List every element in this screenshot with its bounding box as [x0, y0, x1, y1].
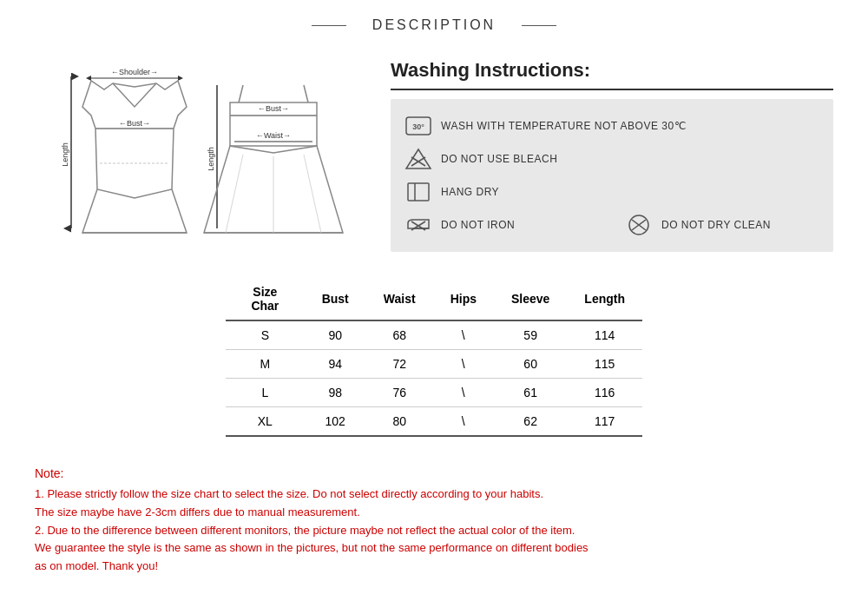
svg-rect-25	[408, 183, 429, 201]
washing-divider	[391, 89, 833, 90]
main-content: Length ←Shoulder→ ←Bust→	[35, 59, 833, 252]
wash-temp-icon: 30°	[404, 114, 432, 138]
hang-dry-icon	[404, 180, 432, 204]
svg-text:30°: 30°	[412, 122, 424, 131]
table-cell: 94	[305, 350, 366, 379]
col-header-sleeve: Sleeve	[494, 278, 567, 320]
wash-row-temp: 30° WASH WITH TEMPERATURE NOT ABOVE 30℃	[404, 109, 819, 142]
col-header-length: Length	[567, 278, 642, 320]
table-cell: 61	[494, 379, 567, 407]
hang-dry-text: HANG DRY	[441, 186, 499, 198]
table-row: M9472\60115	[226, 350, 642, 379]
notes-section: Note: 1. Please strictly follow the size…	[35, 458, 833, 576]
table-cell: 80	[366, 407, 433, 437]
table-cell: XL	[226, 407, 305, 437]
table-cell: 72	[366, 350, 433, 379]
no-iron-text: DO NOT IRON	[441, 219, 515, 231]
svg-marker-22	[406, 149, 431, 168]
wash-row-bottom: DO NOT IRON DO NOT DRY CLEAN	[404, 208, 819, 241]
table-cell: 116	[567, 379, 642, 407]
table-cell: 60	[494, 350, 567, 379]
notes-lines: 1. Please strictly follow the size chart…	[35, 485, 833, 576]
note-line: as on model. Thank you!	[35, 558, 833, 576]
table-cell: 90	[305, 320, 366, 350]
table-cell: 76	[366, 379, 433, 407]
washing-instructions: Washing Instructions: 30° WASH WITH TEMP…	[391, 59, 833, 252]
svg-text:←Shoulder→: ←Shoulder→	[111, 68, 158, 76]
svg-text:Length: Length	[207, 147, 215, 171]
table-cell: S	[226, 320, 305, 350]
col-header-hips: Hips	[433, 278, 494, 320]
size-table-body: S9068\59114M9472\60115L9876\61116XL10280…	[226, 320, 642, 436]
note-line: We guarantee the style is the same as sh…	[35, 539, 833, 558]
table-cell: \	[433, 320, 494, 350]
table-cell: 59	[494, 320, 567, 350]
wash-row-hangdry: HANG DRY	[404, 175, 819, 208]
col-header-waist: Waist	[366, 278, 433, 320]
table-cell: 114	[567, 320, 642, 350]
wash-row-dryclean: DO NOT DRY CLEAN	[625, 208, 819, 241]
no-bleach-icon	[404, 147, 432, 171]
table-cell: 98	[305, 379, 366, 407]
note-title: Note:	[35, 466, 833, 480]
col-header-size: Size Char	[226, 278, 305, 320]
col-header-bust: Bust	[305, 278, 366, 320]
header-dash-left	[312, 25, 346, 26]
table-cell: 115	[567, 350, 642, 379]
svg-line-17	[226, 155, 243, 233]
dress-diagram-svg: Length ←Shoulder→ ←Bust→	[43, 59, 356, 241]
svg-text:←Waist→: ←Waist→	[256, 131, 291, 140]
table-cell: 68	[366, 320, 433, 350]
table-cell: 62	[494, 407, 567, 437]
svg-text:←Bust→: ←Bust→	[258, 104, 289, 113]
washing-box: 30° WASH WITH TEMPERATURE NOT ABOVE 30℃ …	[391, 99, 833, 252]
size-table-section: Size Char Bust Waist Hips Sleeve Length …	[35, 278, 833, 437]
svg-text:Length: Length	[61, 142, 69, 167]
svg-line-15	[304, 85, 308, 102]
table-cell: 102	[305, 407, 366, 437]
table-header-row: Size Char Bust Waist Hips Sleeve Length	[226, 278, 642, 320]
header-dash-right	[522, 25, 556, 26]
no-iron-icon	[404, 213, 432, 237]
svg-line-19	[304, 155, 321, 233]
svg-text:←Bust→: ←Bust→	[119, 119, 150, 128]
dress-diagrams: Length ←Shoulder→ ←Bust→	[43, 59, 356, 250]
table-cell: \	[433, 379, 494, 407]
washing-title: Washing Instructions:	[391, 59, 833, 82]
page-title: DESCRIPTION	[372, 17, 496, 33]
table-row: L9876\61116	[226, 379, 642, 407]
note-line: 2. Due to the difference between differe…	[35, 522, 833, 540]
no-dry-clean-icon	[625, 213, 653, 237]
table-cell: M	[226, 350, 305, 379]
table-cell: L	[226, 379, 305, 407]
no-dry-clean-text: DO NOT DRY CLEAN	[661, 219, 771, 231]
table-cell: 117	[567, 407, 642, 437]
note-line: The size maybe have 2-3cm differs due to…	[35, 504, 833, 522]
size-table: Size Char Bust Waist Hips Sleeve Length …	[226, 278, 642, 437]
wash-row-bleach: DO NOT USE BLEACH	[404, 142, 819, 175]
wash-row-iron: DO NOT IRON	[404, 208, 599, 241]
note-line: 1. Please strictly follow the size chart…	[35, 485, 833, 504]
wash-temp-text: WASH WITH TEMPERATURE NOT ABOVE 30℃	[441, 120, 686, 132]
table-row: XL10280\62117	[226, 407, 642, 437]
table-cell: \	[433, 350, 494, 379]
size-diagram: Length ←Shoulder→ ←Bust→	[35, 59, 365, 252]
no-bleach-text: DO NOT USE BLEACH	[441, 153, 557, 165]
page-header: DESCRIPTION	[35, 17, 833, 33]
svg-line-14	[239, 85, 243, 102]
table-cell: \	[433, 407, 494, 437]
table-row: S9068\59114	[226, 320, 642, 350]
